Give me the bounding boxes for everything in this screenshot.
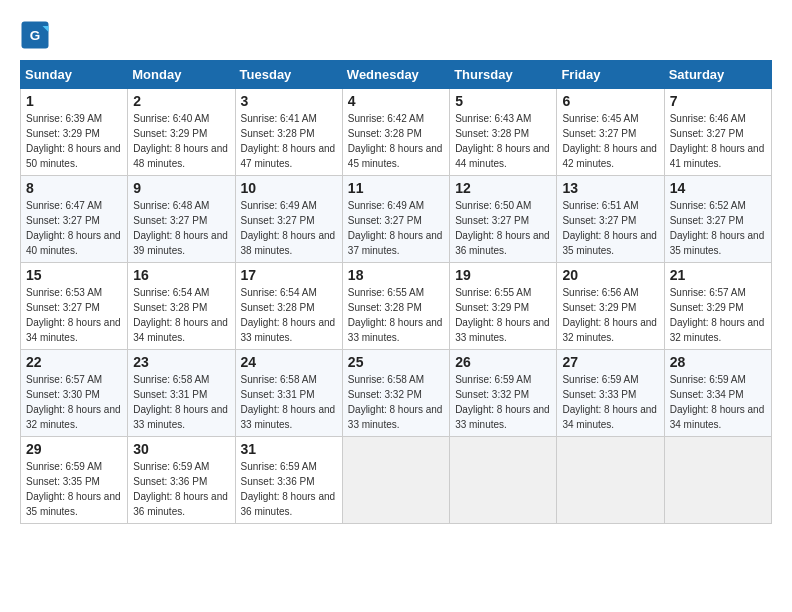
logo: G bbox=[20, 20, 52, 50]
day-info: Sunrise: 6:50 AMSunset: 3:27 PMDaylight:… bbox=[455, 198, 551, 258]
day-of-week-header: Monday bbox=[128, 61, 235, 89]
day-number: 14 bbox=[670, 180, 766, 196]
day-info: Sunrise: 6:49 AMSunset: 3:27 PMDaylight:… bbox=[348, 198, 444, 258]
day-info: Sunrise: 6:51 AMSunset: 3:27 PMDaylight:… bbox=[562, 198, 658, 258]
calendar-header-row: SundayMondayTuesdayWednesdayThursdayFrid… bbox=[21, 61, 772, 89]
day-number: 11 bbox=[348, 180, 444, 196]
svg-text:G: G bbox=[30, 28, 41, 43]
day-of-week-header: Saturday bbox=[664, 61, 771, 89]
day-info: Sunrise: 6:59 AMSunset: 3:35 PMDaylight:… bbox=[26, 459, 122, 519]
day-info: Sunrise: 6:49 AMSunset: 3:27 PMDaylight:… bbox=[241, 198, 337, 258]
day-info: Sunrise: 6:42 AMSunset: 3:28 PMDaylight:… bbox=[348, 111, 444, 171]
calendar-cell: 12Sunrise: 6:50 AMSunset: 3:27 PMDayligh… bbox=[450, 176, 557, 263]
day-number: 20 bbox=[562, 267, 658, 283]
day-number: 1 bbox=[26, 93, 122, 109]
calendar-cell: 9Sunrise: 6:48 AMSunset: 3:27 PMDaylight… bbox=[128, 176, 235, 263]
day-number: 8 bbox=[26, 180, 122, 196]
calendar-cell: 16Sunrise: 6:54 AMSunset: 3:28 PMDayligh… bbox=[128, 263, 235, 350]
day-number: 24 bbox=[241, 354, 337, 370]
day-number: 28 bbox=[670, 354, 766, 370]
day-info: Sunrise: 6:55 AMSunset: 3:28 PMDaylight:… bbox=[348, 285, 444, 345]
day-of-week-header: Wednesday bbox=[342, 61, 449, 89]
day-info: Sunrise: 6:54 AMSunset: 3:28 PMDaylight:… bbox=[241, 285, 337, 345]
calendar-cell: 13Sunrise: 6:51 AMSunset: 3:27 PMDayligh… bbox=[557, 176, 664, 263]
calendar-cell: 2Sunrise: 6:40 AMSunset: 3:29 PMDaylight… bbox=[128, 89, 235, 176]
day-number: 25 bbox=[348, 354, 444, 370]
day-info: Sunrise: 6:59 AMSunset: 3:32 PMDaylight:… bbox=[455, 372, 551, 432]
page-header: G bbox=[20, 20, 772, 50]
day-number: 15 bbox=[26, 267, 122, 283]
calendar-cell: 14Sunrise: 6:52 AMSunset: 3:27 PMDayligh… bbox=[664, 176, 771, 263]
day-number: 31 bbox=[241, 441, 337, 457]
day-info: Sunrise: 6:41 AMSunset: 3:28 PMDaylight:… bbox=[241, 111, 337, 171]
calendar-table: SundayMondayTuesdayWednesdayThursdayFrid… bbox=[20, 60, 772, 524]
day-info: Sunrise: 6:57 AMSunset: 3:30 PMDaylight:… bbox=[26, 372, 122, 432]
day-info: Sunrise: 6:59 AMSunset: 3:36 PMDaylight:… bbox=[133, 459, 229, 519]
day-info: Sunrise: 6:47 AMSunset: 3:27 PMDaylight:… bbox=[26, 198, 122, 258]
calendar-cell: 27Sunrise: 6:59 AMSunset: 3:33 PMDayligh… bbox=[557, 350, 664, 437]
day-info: Sunrise: 6:53 AMSunset: 3:27 PMDaylight:… bbox=[26, 285, 122, 345]
day-number: 21 bbox=[670, 267, 766, 283]
calendar-week-row: 1Sunrise: 6:39 AMSunset: 3:29 PMDaylight… bbox=[21, 89, 772, 176]
day-number: 29 bbox=[26, 441, 122, 457]
day-number: 4 bbox=[348, 93, 444, 109]
calendar-cell: 7Sunrise: 6:46 AMSunset: 3:27 PMDaylight… bbox=[664, 89, 771, 176]
day-number: 30 bbox=[133, 441, 229, 457]
day-number: 26 bbox=[455, 354, 551, 370]
day-info: Sunrise: 6:45 AMSunset: 3:27 PMDaylight:… bbox=[562, 111, 658, 171]
calendar-week-row: 22Sunrise: 6:57 AMSunset: 3:30 PMDayligh… bbox=[21, 350, 772, 437]
day-info: Sunrise: 6:55 AMSunset: 3:29 PMDaylight:… bbox=[455, 285, 551, 345]
calendar-cell: 23Sunrise: 6:58 AMSunset: 3:31 PMDayligh… bbox=[128, 350, 235, 437]
day-number: 27 bbox=[562, 354, 658, 370]
calendar-cell: 10Sunrise: 6:49 AMSunset: 3:27 PMDayligh… bbox=[235, 176, 342, 263]
day-info: Sunrise: 6:59 AMSunset: 3:33 PMDaylight:… bbox=[562, 372, 658, 432]
calendar-week-row: 15Sunrise: 6:53 AMSunset: 3:27 PMDayligh… bbox=[21, 263, 772, 350]
calendar-cell: 18Sunrise: 6:55 AMSunset: 3:28 PMDayligh… bbox=[342, 263, 449, 350]
calendar-cell: 21Sunrise: 6:57 AMSunset: 3:29 PMDayligh… bbox=[664, 263, 771, 350]
day-number: 6 bbox=[562, 93, 658, 109]
calendar-cell bbox=[557, 437, 664, 524]
calendar-cell: 28Sunrise: 6:59 AMSunset: 3:34 PMDayligh… bbox=[664, 350, 771, 437]
calendar-week-row: 29Sunrise: 6:59 AMSunset: 3:35 PMDayligh… bbox=[21, 437, 772, 524]
calendar-cell: 4Sunrise: 6:42 AMSunset: 3:28 PMDaylight… bbox=[342, 89, 449, 176]
day-info: Sunrise: 6:59 AMSunset: 3:36 PMDaylight:… bbox=[241, 459, 337, 519]
day-info: Sunrise: 6:57 AMSunset: 3:29 PMDaylight:… bbox=[670, 285, 766, 345]
calendar-cell: 29Sunrise: 6:59 AMSunset: 3:35 PMDayligh… bbox=[21, 437, 128, 524]
day-number: 18 bbox=[348, 267, 444, 283]
day-info: Sunrise: 6:56 AMSunset: 3:29 PMDaylight:… bbox=[562, 285, 658, 345]
calendar-cell: 15Sunrise: 6:53 AMSunset: 3:27 PMDayligh… bbox=[21, 263, 128, 350]
day-info: Sunrise: 6:58 AMSunset: 3:31 PMDaylight:… bbox=[241, 372, 337, 432]
day-of-week-header: Tuesday bbox=[235, 61, 342, 89]
day-number: 12 bbox=[455, 180, 551, 196]
calendar-cell: 30Sunrise: 6:59 AMSunset: 3:36 PMDayligh… bbox=[128, 437, 235, 524]
day-of-week-header: Friday bbox=[557, 61, 664, 89]
calendar-cell: 24Sunrise: 6:58 AMSunset: 3:31 PMDayligh… bbox=[235, 350, 342, 437]
calendar-cell: 1Sunrise: 6:39 AMSunset: 3:29 PMDaylight… bbox=[21, 89, 128, 176]
calendar-cell: 6Sunrise: 6:45 AMSunset: 3:27 PMDaylight… bbox=[557, 89, 664, 176]
calendar-cell: 26Sunrise: 6:59 AMSunset: 3:32 PMDayligh… bbox=[450, 350, 557, 437]
day-number: 5 bbox=[455, 93, 551, 109]
day-info: Sunrise: 6:54 AMSunset: 3:28 PMDaylight:… bbox=[133, 285, 229, 345]
day-info: Sunrise: 6:58 AMSunset: 3:31 PMDaylight:… bbox=[133, 372, 229, 432]
day-number: 9 bbox=[133, 180, 229, 196]
day-number: 19 bbox=[455, 267, 551, 283]
day-info: Sunrise: 6:58 AMSunset: 3:32 PMDaylight:… bbox=[348, 372, 444, 432]
calendar-cell bbox=[450, 437, 557, 524]
day-number: 10 bbox=[241, 180, 337, 196]
day-info: Sunrise: 6:46 AMSunset: 3:27 PMDaylight:… bbox=[670, 111, 766, 171]
day-number: 3 bbox=[241, 93, 337, 109]
day-number: 17 bbox=[241, 267, 337, 283]
day-info: Sunrise: 6:48 AMSunset: 3:27 PMDaylight:… bbox=[133, 198, 229, 258]
day-info: Sunrise: 6:59 AMSunset: 3:34 PMDaylight:… bbox=[670, 372, 766, 432]
calendar-cell: 5Sunrise: 6:43 AMSunset: 3:28 PMDaylight… bbox=[450, 89, 557, 176]
calendar-week-row: 8Sunrise: 6:47 AMSunset: 3:27 PMDaylight… bbox=[21, 176, 772, 263]
calendar-cell: 20Sunrise: 6:56 AMSunset: 3:29 PMDayligh… bbox=[557, 263, 664, 350]
day-number: 13 bbox=[562, 180, 658, 196]
day-number: 22 bbox=[26, 354, 122, 370]
calendar-cell: 8Sunrise: 6:47 AMSunset: 3:27 PMDaylight… bbox=[21, 176, 128, 263]
day-info: Sunrise: 6:43 AMSunset: 3:28 PMDaylight:… bbox=[455, 111, 551, 171]
day-number: 23 bbox=[133, 354, 229, 370]
day-info: Sunrise: 6:52 AMSunset: 3:27 PMDaylight:… bbox=[670, 198, 766, 258]
calendar-cell: 25Sunrise: 6:58 AMSunset: 3:32 PMDayligh… bbox=[342, 350, 449, 437]
calendar-cell: 11Sunrise: 6:49 AMSunset: 3:27 PMDayligh… bbox=[342, 176, 449, 263]
